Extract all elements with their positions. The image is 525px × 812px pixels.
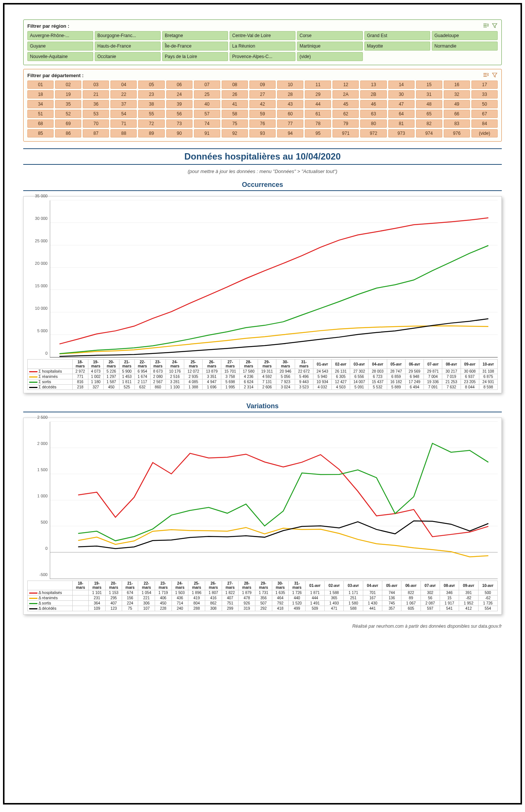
region-item[interactable]: Normandie	[432, 42, 498, 51]
dept-item[interactable]: 08	[222, 81, 248, 89]
dept-item[interactable]: 976	[444, 129, 470, 137]
dept-item[interactable]: 14	[388, 81, 415, 89]
region-item[interactable]: Bourgogne-Franc...	[95, 31, 161, 40]
dept-item[interactable]: 03	[83, 81, 109, 89]
dept-item[interactable]: 02	[55, 81, 81, 89]
dept-item[interactable]: 21	[83, 90, 109, 99]
dept-item[interactable]: 51	[27, 110, 54, 118]
dept-item[interactable]: 68	[27, 119, 54, 128]
region-item[interactable]: Auvergne-Rhône-...	[27, 31, 93, 40]
dept-item[interactable]: 32	[444, 90, 470, 99]
dept-item[interactable]: 972	[360, 129, 386, 137]
dept-item[interactable]: 973	[388, 129, 415, 137]
dept-item[interactable]: 27	[249, 90, 276, 99]
dept-item[interactable]: 71	[110, 119, 137, 128]
dept-item[interactable]: 971	[333, 129, 359, 137]
dept-item[interactable]: 85	[27, 129, 54, 137]
dept-item[interactable]: 16	[444, 81, 470, 89]
dept-item[interactable]: 57	[194, 110, 220, 118]
region-item[interactable]: Mayotte	[364, 42, 430, 51]
dept-item[interactable]: 58	[222, 110, 248, 118]
dept-item[interactable]: 2A	[333, 90, 359, 99]
region-item[interactable]: Hauts-de-France	[95, 42, 161, 51]
dept-item[interactable]: 76	[249, 119, 276, 128]
dept-item[interactable]: 11	[305, 81, 331, 89]
dept-item[interactable]: 55	[138, 110, 164, 118]
dept-item[interactable]: 30	[388, 90, 415, 99]
dept-item[interactable]: 79	[333, 119, 359, 128]
dept-item[interactable]: 22	[110, 90, 137, 99]
dept-item[interactable]: 63	[360, 110, 386, 118]
dept-item[interactable]: 69	[55, 119, 81, 128]
multi-select-icon[interactable]	[483, 23, 489, 29]
dept-item[interactable]: 56	[166, 110, 192, 118]
dept-item[interactable]: 60	[277, 110, 303, 118]
region-item[interactable]: Bretagne	[162, 31, 228, 40]
dept-item[interactable]: 84	[471, 119, 498, 128]
dept-item[interactable]: 75	[222, 119, 248, 128]
dept-item[interactable]: 29	[305, 90, 331, 99]
dept-item[interactable]: 974	[416, 129, 442, 137]
dept-item[interactable]: 92	[222, 129, 248, 137]
dept-item[interactable]: 81	[388, 119, 415, 128]
dept-item[interactable]: 35	[55, 100, 81, 108]
dept-item[interactable]: 25	[194, 90, 220, 99]
dept-item[interactable]: 49	[444, 100, 470, 108]
dept-item[interactable]: 50	[471, 100, 498, 108]
dept-item[interactable]: 23	[138, 90, 164, 99]
dept-item[interactable]: 67	[471, 110, 498, 118]
region-item[interactable]: Provence-Alpes-C...	[230, 52, 295, 61]
region-item[interactable]: Occitanie	[95, 52, 161, 61]
dept-item[interactable]: 53	[83, 110, 109, 118]
dept-item[interactable]: 70	[83, 119, 109, 128]
dept-item[interactable]: 54	[110, 110, 137, 118]
region-item[interactable]: Guadeloupe	[432, 31, 498, 40]
dept-item[interactable]: (vide)	[471, 129, 498, 137]
dept-item[interactable]: 83	[444, 119, 470, 128]
region-item[interactable]: Centre-Val de Loire	[230, 31, 295, 40]
dept-item[interactable]: 2B	[360, 90, 386, 99]
dept-item[interactable]: 42	[249, 100, 276, 108]
dept-item[interactable]: 05	[138, 81, 164, 89]
region-item[interactable]: La Réunion	[230, 42, 295, 51]
dept-item[interactable]: 46	[360, 100, 386, 108]
region-item[interactable]: Pays de la Loire	[162, 52, 228, 61]
dept-item[interactable]: 40	[194, 100, 220, 108]
dept-item[interactable]: 47	[388, 100, 415, 108]
dept-item[interactable]: 19	[55, 90, 81, 99]
dept-item[interactable]: 61	[305, 110, 331, 118]
dept-item[interactable]: 07	[194, 81, 220, 89]
dept-item[interactable]: 43	[277, 100, 303, 108]
dept-item[interactable]: 93	[249, 129, 276, 137]
dept-item[interactable]: 72	[138, 119, 164, 128]
dept-item[interactable]: 82	[416, 119, 442, 128]
dept-item[interactable]: 28	[277, 90, 303, 99]
dept-item[interactable]: 48	[416, 100, 442, 108]
dept-item[interactable]: 31	[416, 90, 442, 99]
dept-item[interactable]: 64	[388, 110, 415, 118]
dept-item[interactable]: 94	[277, 129, 303, 137]
region-item[interactable]: Corse	[297, 31, 363, 40]
dept-item[interactable]: 39	[166, 100, 192, 108]
dept-item[interactable]: 15	[416, 81, 442, 89]
dept-item[interactable]: 87	[83, 129, 109, 137]
dept-item[interactable]: 24	[166, 90, 192, 99]
dept-item[interactable]: 33	[471, 90, 498, 99]
dept-item[interactable]: 73	[166, 119, 192, 128]
region-item[interactable]: Grand Est	[364, 31, 430, 40]
region-item[interactable]: Martinique	[297, 42, 363, 51]
dept-item[interactable]: 26	[222, 90, 248, 99]
dept-item[interactable]: 06	[166, 81, 192, 89]
dept-item[interactable]: 01	[27, 81, 54, 89]
dept-item[interactable]: 86	[55, 129, 81, 137]
multi-select-icon[interactable]	[483, 72, 489, 78]
dept-item[interactable]: 89	[138, 129, 164, 137]
dept-item[interactable]: 45	[333, 100, 359, 108]
dept-item[interactable]: 74	[194, 119, 220, 128]
dept-item[interactable]: 65	[416, 110, 442, 118]
dept-item[interactable]: 78	[305, 119, 331, 128]
dept-item[interactable]: 59	[249, 110, 276, 118]
dept-item[interactable]: 17	[471, 81, 498, 89]
dept-item[interactable]: 80	[360, 119, 386, 128]
dept-item[interactable]: 36	[83, 100, 109, 108]
